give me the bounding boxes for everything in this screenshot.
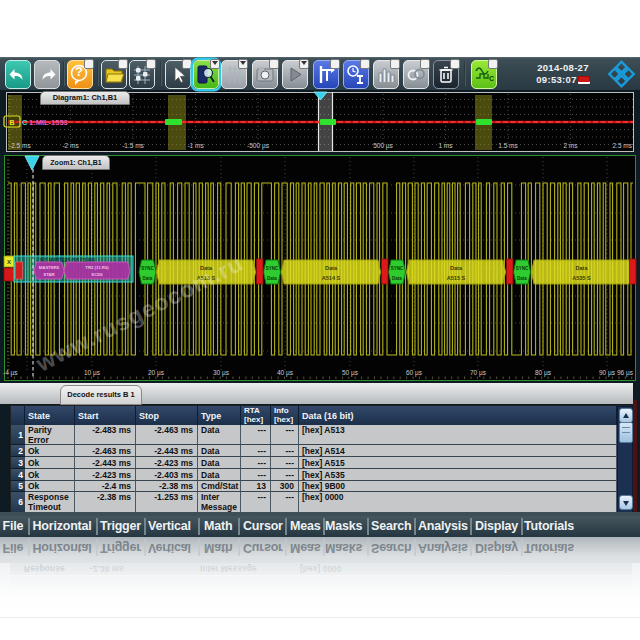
svg-text:SCD6: SCD6 <box>91 272 103 277</box>
svg-text:10 µs: 10 µs <box>84 369 101 377</box>
svg-text:-2.5 ms: -2.5 ms <box>9 142 31 149</box>
svg-text:STAR: STAR <box>43 272 55 277</box>
svg-text:A514 S: A514 S <box>322 275 341 281</box>
svg-text:X: X <box>7 259 11 265</box>
svg-text:2.5 ms: 2.5 ms <box>612 142 632 149</box>
svg-text:Data: Data <box>392 276 402 281</box>
svg-text:1:MIL-1553: 1:MIL-1553 <box>29 118 68 127</box>
svg-text:90 µs: 90 µs <box>599 369 616 377</box>
svg-text:Data: Data <box>576 265 589 271</box>
svg-text:30 µs: 30 µs <box>213 369 230 377</box>
svg-text:SYNC: SYNC <box>391 266 404 271</box>
svg-text:60 µs: 60 µs <box>406 369 423 377</box>
svg-text:Data: Data <box>325 265 338 271</box>
svg-text:Data: Data <box>517 276 527 281</box>
svg-text:20 µs: 20 µs <box>148 369 165 377</box>
svg-text:96 µs: 96 µs <box>617 369 634 377</box>
svg-text:-1.5 ms: -1.5 ms <box>122 142 144 149</box>
svg-text:SYNC: SYNC <box>516 266 529 271</box>
svg-text:-500 µs: -500 µs <box>247 142 270 150</box>
svg-text:2 ms: 2 ms <box>563 142 578 149</box>
svg-text:1 ms: 1 ms <box>438 142 453 149</box>
svg-text:MASTER5: MASTER5 <box>39 265 60 270</box>
svg-text:TR2 (11.R6): TR2 (11.R6) <box>85 265 109 270</box>
svg-text:50 µs: 50 µs <box>342 369 359 377</box>
svg-text:40 µs: 40 µs <box>277 369 294 377</box>
svg-text:70 µs: 70 µs <box>470 369 487 377</box>
svg-text:A535 S: A535 S <box>572 275 591 281</box>
svg-text:SYNC: SYNC <box>141 266 154 271</box>
svg-text:SYNC: SYNC <box>266 266 279 271</box>
svg-text:-4 µs: -4 µs <box>3 369 18 377</box>
svg-text:Data: Data <box>450 265 463 271</box>
svg-text:-2 ms: -2 ms <box>62 142 79 149</box>
svg-text:-1 ms: -1 ms <box>187 142 204 149</box>
svg-text:B: B <box>9 119 14 126</box>
svg-text:A515 S: A515 S <box>447 275 466 281</box>
svg-text:C: C <box>22 118 28 127</box>
svg-text:80 µs: 80 µs <box>535 369 552 377</box>
svg-text:Data: Data <box>267 276 277 281</box>
svg-text:500 µs: 500 µs <box>373 142 393 150</box>
svg-text:Data: Data <box>143 276 153 281</box>
svg-text:1.5 ms: 1.5 ms <box>498 142 518 149</box>
